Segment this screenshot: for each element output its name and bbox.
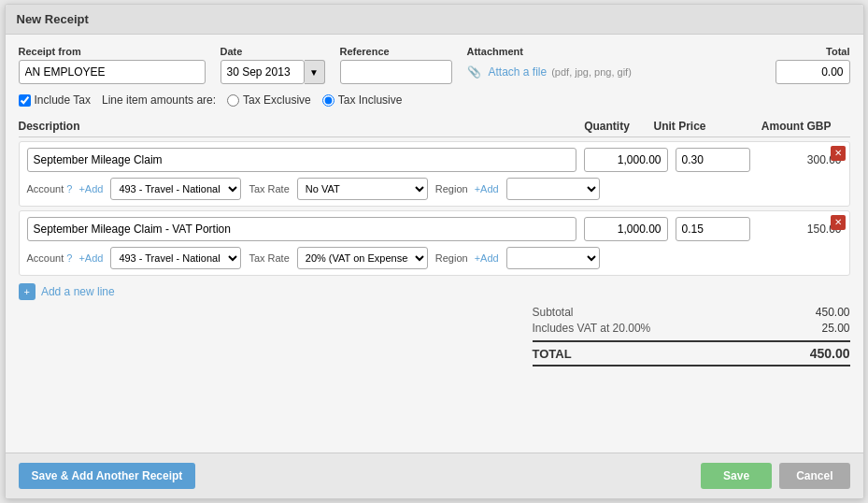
account1-select[interactable]: 493 - Travel - National	[110, 178, 241, 200]
account2-label: Account ? +Add	[27, 252, 104, 264]
attachment-group: Attachment 📎 Attach a file (pdf, jpg, pn…	[467, 46, 632, 84]
line-items-section: Description Quantity Unit Price Amount G…	[19, 116, 850, 441]
dialog-title: New Receipt	[6, 5, 863, 35]
cancel-button[interactable]: Cancel	[779, 463, 849, 489]
plus-icon: +	[24, 286, 30, 297]
reference-label: Reference	[340, 46, 452, 57]
line-item: ✕ 150.00 Account ? +Add 493 - Travel - N…	[19, 210, 850, 276]
header-row: Receipt from Date ▼ Reference Attachment…	[19, 46, 850, 84]
col-quantity-header: Quantity	[561, 120, 654, 133]
line1-unit-price-input[interactable]	[676, 148, 750, 172]
total-group: Total	[776, 46, 850, 84]
tax-exclusive-label[interactable]: Tax Exclusive	[227, 93, 311, 107]
include-tax-checkbox[interactable]	[19, 94, 31, 107]
remove-line2-btn[interactable]: ✕	[831, 215, 846, 230]
vat-label: Includes VAT at 20.00%	[533, 322, 651, 335]
tax-type-radio-group: Tax Exclusive Tax Inclusive	[227, 93, 402, 107]
receipt-from-label: Receipt from	[19, 46, 206, 57]
add-new-line-section: + Add a new line	[19, 283, 850, 300]
line-amounts-label: Line item amounts are:	[102, 93, 216, 107]
remove-line1-btn[interactable]: ✕	[831, 146, 846, 161]
date-label: Date	[221, 46, 325, 57]
receipt-from-input[interactable]	[19, 60, 206, 84]
tax-options-row: Include Tax Line item amounts are: Tax E…	[19, 93, 850, 107]
column-headers: Description Quantity Unit Price Amount G…	[19, 116, 850, 137]
add-new-line-link[interactable]: Add a new line	[41, 285, 115, 298]
vat-value: 25.00	[821, 322, 849, 335]
paperclip-icon: 📎	[467, 65, 481, 79]
date-group: Date ▼	[221, 46, 325, 84]
line1-quantity-input[interactable]	[584, 148, 668, 172]
date-input[interactable]	[221, 60, 305, 84]
line2-description-input[interactable]	[27, 217, 576, 241]
dialog-body: Receipt from Date ▼ Reference Attachment…	[6, 35, 863, 453]
reference-input[interactable]	[340, 60, 452, 84]
attach-file-link[interactable]: Attach a file	[489, 65, 548, 79]
line-item-1-row2: Account ? +Add 493 - Travel - National T…	[27, 178, 842, 200]
line-item-2-row1: 150.00	[27, 217, 842, 241]
subtotal-row: Subtotal 450.00	[533, 306, 850, 319]
total-input[interactable]	[776, 60, 850, 84]
line2-unit-price-input[interactable]	[676, 217, 750, 241]
col-amount-header: Amount GBP	[738, 120, 832, 133]
line1-amount-display: 300.00	[758, 153, 842, 166]
total-label: Total	[826, 46, 849, 57]
reference-group: Reference	[340, 46, 452, 84]
col-unit-price-header: Unit Price	[654, 120, 738, 133]
date-wrapper: ▼	[221, 60, 325, 84]
vat-row: Includes VAT at 20.00% 25.00	[533, 322, 850, 335]
save-add-another-button[interactable]: Save & Add Another Receipt	[19, 463, 196, 489]
line1-description-input[interactable]	[27, 148, 576, 172]
account2-info-icon[interactable]: ?	[66, 252, 72, 264]
line2-quantity-input[interactable]	[584, 217, 668, 241]
region1-label: Region +Add	[435, 183, 499, 194]
totals-section: Subtotal 450.00 Includes VAT at 20.00% 2…	[533, 306, 850, 366]
receipt-from-group: Receipt from	[19, 46, 206, 84]
account1-label: Account ? +Add	[27, 183, 104, 194]
tax-exclusive-radio[interactable]	[227, 94, 239, 107]
line-item-2-row2: Account ? +Add 493 - Travel - National T…	[27, 247, 842, 269]
total-final-label: TOTAL	[533, 347, 572, 361]
taxrate1-label: Tax Rate	[249, 183, 289, 194]
region1-select[interactable]	[506, 178, 600, 200]
include-tax-label[interactable]: Include Tax	[19, 93, 92, 107]
date-picker-btn[interactable]: ▼	[305, 60, 325, 84]
line2-amount-display: 150.00	[758, 223, 842, 236]
tax-inclusive-radio[interactable]	[322, 94, 334, 107]
attachment-label: Attachment	[467, 46, 632, 57]
taxrate2-select[interactable]: 20% (VAT on Expenses) No VAT	[297, 247, 428, 269]
account1-info-icon[interactable]: ?	[66, 183, 72, 194]
line-item-1-row1: 300.00	[27, 148, 842, 172]
dialog-footer: Save & Add Another Receipt Save Cancel	[6, 453, 863, 498]
tax-inclusive-label[interactable]: Tax Inclusive	[322, 93, 403, 107]
account2-select[interactable]: 493 - Travel - National	[110, 247, 241, 269]
attachment-section: 📎 Attach a file (pdf, jpg, png, gif)	[467, 60, 632, 84]
new-receipt-dialog: New Receipt Receipt from Date ▼ Referenc…	[5, 4, 864, 499]
total-final-row: TOTAL 450.00	[533, 340, 850, 366]
taxrate2-label: Tax Rate	[249, 252, 289, 264]
region2-label: Region +Add	[435, 252, 499, 264]
attach-hint: (pdf, jpg, png, gif)	[551, 66, 632, 78]
taxrate1-select[interactable]: No VAT 20% (VAT on Expenses)	[297, 178, 428, 200]
col-description-header: Description	[19, 120, 561, 133]
subtotal-label: Subtotal	[533, 306, 574, 319]
region2-select[interactable]	[506, 247, 600, 269]
add-region2-link[interactable]: +Add	[475, 252, 499, 264]
add-region1-link[interactable]: +Add	[475, 183, 499, 194]
line-item: ✕ 300.00 Account ? +Add 493 - Travel - N…	[19, 141, 850, 207]
add-account1-link[interactable]: +Add	[78, 183, 103, 194]
save-button[interactable]: Save	[701, 463, 772, 489]
total-final-value: 450.00	[810, 346, 850, 361]
footer-right: Save Cancel	[701, 463, 849, 489]
add-new-line-btn[interactable]: +	[19, 283, 36, 300]
add-account2-link[interactable]: +Add	[78, 252, 103, 264]
subtotal-value: 450.00	[816, 306, 850, 319]
